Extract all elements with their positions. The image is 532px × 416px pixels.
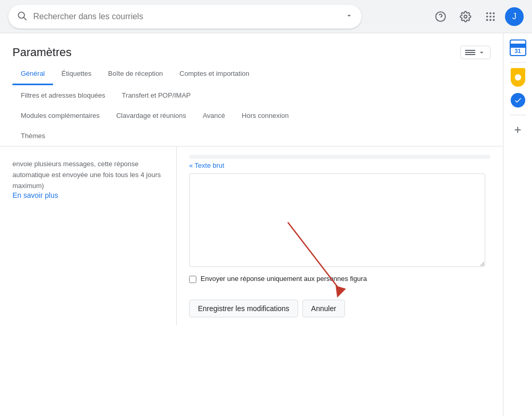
svg-point-11: [486, 19, 488, 21]
checkbox-label: Envoyer une réponse uniquement aux perso…: [201, 275, 367, 283]
search-dropdown-icon[interactable]: [345, 11, 353, 21]
tabs-row-2: Filtres et adresses bloquées Transfert e…: [12, 85, 490, 105]
tab-modules[interactable]: Modules complémentaires: [12, 105, 108, 126]
calendar-icon-button[interactable]: 31: [508, 37, 528, 58]
send-only-checkbox[interactable]: [189, 276, 196, 283]
tab-themes[interactable]: Thèmes: [12, 126, 54, 146]
tabs-container: Général Étiquettes Boîte de réception Co…: [0, 59, 503, 146]
svg-point-13: [493, 19, 495, 21]
settings-content: envoie plusieurs messages, cette réponse…: [0, 146, 503, 326]
tab-comptes[interactable]: Comptes et importation: [171, 63, 258, 85]
density-line-2: [465, 52, 475, 53]
svg-point-5: [486, 12, 488, 14]
apps-button[interactable]: [480, 6, 501, 27]
save-button[interactable]: Enregistrer les modifications: [189, 300, 298, 317]
svg-marker-15: [336, 286, 346, 298]
reply-textarea[interactable]: [189, 173, 485, 267]
settings-left: envoie plusieurs messages, cette réponse…: [0, 146, 177, 326]
tabs-row-1: Général Étiquettes Boîte de réception Co…: [12, 63, 490, 85]
svg-point-10: [493, 16, 495, 18]
keep-icon-button[interactable]: [508, 67, 528, 88]
avatar[interactable]: J: [505, 7, 524, 26]
calendar-icon: 31: [510, 39, 526, 56]
tab-etiquettes[interactable]: Étiquettes: [53, 63, 100, 85]
calendar-number: 31: [514, 48, 521, 54]
tabs-row-4: Thèmes: [12, 126, 490, 146]
density-line-1: [465, 50, 475, 51]
content-area: Paramètres Général Étiquettes Boîte de r…: [0, 33, 503, 416]
svg-point-4: [464, 15, 467, 18]
svg-point-6: [489, 12, 491, 14]
cancel-button[interactable]: Annuler: [302, 300, 345, 317]
tab-avance[interactable]: Avancé: [194, 105, 233, 126]
add-plugin-button[interactable]: +: [508, 119, 528, 140]
density-icon: [465, 49, 475, 56]
tasks-icon-button[interactable]: [508, 90, 528, 111]
action-buttons: Enregistrer les modifications Annuler: [189, 300, 490, 317]
tab-transfert[interactable]: Transfert et POP/IMAP: [114, 85, 199, 105]
calendar-icon-top: [511, 44, 525, 48]
search-container: [8, 5, 362, 29]
svg-point-9: [489, 16, 491, 18]
tabs-row-3: Modules complémentaires Clavardage et ré…: [12, 105, 490, 126]
help-button[interactable]: [430, 6, 451, 27]
sidebar-divider-1: [510, 62, 526, 63]
settings-header: Paramètres: [0, 33, 503, 59]
density-line-3: [465, 54, 475, 55]
tab-clavardage[interactable]: Clavardage et réunions: [108, 105, 194, 126]
search-icon: [17, 10, 27, 22]
scroll-hint: [189, 155, 490, 159]
tab-boite[interactable]: Boîte de réception: [100, 63, 171, 85]
page-title: Paramètres: [12, 46, 72, 59]
tab-hors-connexion[interactable]: Hors connexion: [233, 105, 297, 126]
keep-icon: [511, 68, 525, 87]
checkbox-row: Envoyer une réponse uniquement aux perso…: [189, 275, 485, 283]
settings-right: « Texte brut Envoyer une réponse uniquem…: [177, 146, 503, 326]
plus-icon: +: [514, 123, 521, 137]
right-sidebar: 31 +: [503, 33, 532, 416]
tab-general[interactable]: Général: [12, 63, 53, 85]
texte-brut-link[interactable]: « Texte brut: [189, 162, 224, 169]
settings-button[interactable]: [455, 6, 476, 27]
sidebar-description: envoie plusieurs messages, cette réponse…: [12, 159, 164, 191]
tab-filtres[interactable]: Filtres et adresses bloquées: [12, 85, 114, 105]
svg-point-12: [489, 19, 491, 21]
tasks-icon: [511, 93, 525, 108]
top-bar-right: J: [430, 6, 524, 27]
density-button[interactable]: [460, 46, 490, 59]
main-layout: Paramètres Général Étiquettes Boîte de r…: [0, 33, 532, 416]
top-bar: J: [0, 0, 532, 33]
tasks-check-icon: [514, 96, 522, 104]
en-savoir-plus-link[interactable]: En savoir plus: [12, 191, 58, 199]
sidebar-divider-2: [510, 115, 526, 115]
svg-point-8: [486, 16, 488, 18]
svg-line-1: [24, 18, 26, 20]
svg-point-7: [493, 12, 495, 14]
dropdown-chevron-icon: [477, 48, 486, 57]
search-input[interactable]: [33, 12, 339, 21]
